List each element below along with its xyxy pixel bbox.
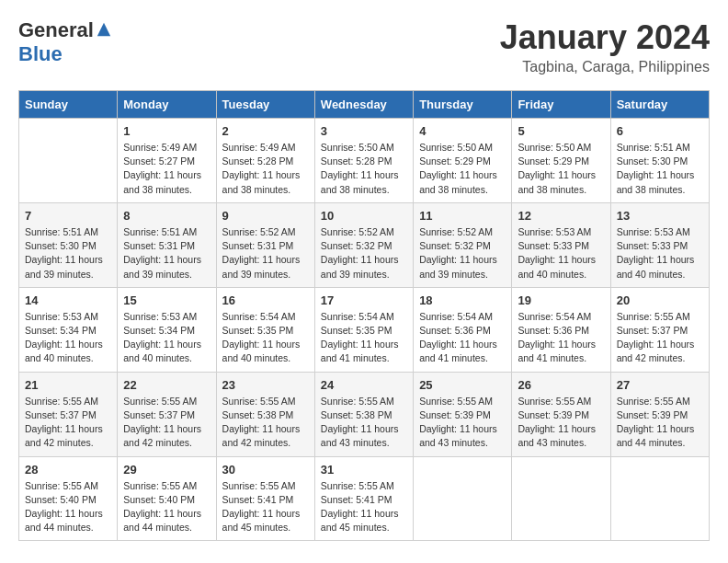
day-number: 10 <box>321 209 407 223</box>
day-number: 1 <box>123 124 210 138</box>
day-info: Sunrise: 5:54 AMSunset: 5:36 PMDaylight:… <box>419 310 506 366</box>
calendar-cell: 15Sunrise: 5:53 AMSunset: 5:34 PMDayligh… <box>118 287 216 372</box>
day-info: Sunrise: 5:52 AMSunset: 5:32 PMDaylight:… <box>419 225 506 282</box>
calendar-cell: 23Sunrise: 5:55 AMSunset: 5:38 PMDayligh… <box>216 372 314 456</box>
weekday-header-friday: Friday <box>512 91 610 119</box>
svg-marker-0 <box>97 23 110 36</box>
day-info: Sunrise: 5:50 AMSunset: 5:29 PMDaylight:… <box>518 141 604 197</box>
day-number: 16 <box>222 293 309 307</box>
calendar-cell: 22Sunrise: 5:55 AMSunset: 5:37 PMDayligh… <box>118 372 216 456</box>
day-info: Sunrise: 5:55 AMSunset: 5:38 PMDaylight:… <box>321 395 407 451</box>
calendar-cell <box>610 456 709 541</box>
day-number: 6 <box>617 124 703 138</box>
day-number: 4 <box>419 124 506 138</box>
day-number: 31 <box>321 463 407 477</box>
day-info: Sunrise: 5:53 AMSunset: 5:34 PMDaylight:… <box>123 310 210 366</box>
calendar-cell: 27Sunrise: 5:55 AMSunset: 5:39 PMDayligh… <box>610 372 709 456</box>
weekday-header-sunday: Sunday <box>19 91 118 119</box>
day-info: Sunrise: 5:53 AMSunset: 5:34 PMDaylight:… <box>25 310 111 366</box>
day-number: 24 <box>321 378 407 392</box>
calendar-cell: 30Sunrise: 5:55 AMSunset: 5:41 PMDayligh… <box>216 456 314 541</box>
calendar-week-row: 1Sunrise: 5:49 AMSunset: 5:27 PMDaylight… <box>19 119 710 203</box>
day-info: Sunrise: 5:49 AMSunset: 5:28 PMDaylight:… <box>222 141 309 197</box>
calendar-week-row: 21Sunrise: 5:55 AMSunset: 5:37 PMDayligh… <box>19 372 710 456</box>
day-number: 15 <box>123 293 210 307</box>
day-info: Sunrise: 5:51 AMSunset: 5:30 PMDaylight:… <box>617 141 703 197</box>
day-number: 11 <box>419 209 506 223</box>
calendar-cell: 14Sunrise: 5:53 AMSunset: 5:34 PMDayligh… <box>19 287 118 372</box>
day-info: Sunrise: 5:52 AMSunset: 5:32 PMDaylight:… <box>321 225 407 282</box>
day-number: 12 <box>518 209 604 223</box>
calendar-cell: 9Sunrise: 5:52 AMSunset: 5:31 PMDaylight… <box>216 202 314 287</box>
calendar-week-row: 14Sunrise: 5:53 AMSunset: 5:34 PMDayligh… <box>19 287 710 372</box>
day-number: 17 <box>321 293 407 307</box>
calendar-cell: 1Sunrise: 5:49 AMSunset: 5:27 PMDaylight… <box>118 119 216 203</box>
calendar-cell: 25Sunrise: 5:55 AMSunset: 5:39 PMDayligh… <box>414 372 512 456</box>
day-info: Sunrise: 5:53 AMSunset: 5:33 PMDaylight:… <box>617 225 703 282</box>
day-info: Sunrise: 5:55 AMSunset: 5:39 PMDaylight:… <box>419 395 506 451</box>
calendar-cell: 28Sunrise: 5:55 AMSunset: 5:40 PMDayligh… <box>19 456 118 541</box>
calendar-cell: 20Sunrise: 5:55 AMSunset: 5:37 PMDayligh… <box>610 287 709 372</box>
day-info: Sunrise: 5:54 AMSunset: 5:36 PMDaylight:… <box>518 310 604 366</box>
day-number: 2 <box>222 124 309 138</box>
calendar-cell: 10Sunrise: 5:52 AMSunset: 5:32 PMDayligh… <box>314 202 413 287</box>
day-number: 22 <box>123 378 210 392</box>
calendar-cell: 31Sunrise: 5:55 AMSunset: 5:41 PMDayligh… <box>314 456 413 541</box>
calendar-cell: 7Sunrise: 5:51 AMSunset: 5:30 PMDaylight… <box>19 202 118 287</box>
day-number: 28 <box>25 463 111 477</box>
weekday-header-row: SundayMondayTuesdayWednesdayThursdayFrid… <box>19 91 710 119</box>
day-info: Sunrise: 5:55 AMSunset: 5:40 PMDaylight:… <box>25 479 111 535</box>
calendar-cell: 6Sunrise: 5:51 AMSunset: 5:30 PMDaylight… <box>610 119 709 203</box>
day-info: Sunrise: 5:51 AMSunset: 5:31 PMDaylight:… <box>123 225 210 282</box>
day-info: Sunrise: 5:55 AMSunset: 5:37 PMDaylight:… <box>617 310 703 366</box>
day-number: 20 <box>617 293 703 307</box>
day-number: 14 <box>25 293 111 307</box>
day-info: Sunrise: 5:53 AMSunset: 5:33 PMDaylight:… <box>518 225 604 282</box>
day-number: 9 <box>222 209 309 223</box>
day-number: 5 <box>518 124 604 138</box>
calendar-cell: 19Sunrise: 5:54 AMSunset: 5:36 PMDayligh… <box>512 287 610 372</box>
day-info: Sunrise: 5:49 AMSunset: 5:27 PMDaylight:… <box>123 141 210 197</box>
calendar-table: SundayMondayTuesdayWednesdayThursdayFrid… <box>18 90 710 541</box>
weekday-header-saturday: Saturday <box>610 91 709 119</box>
calendar-cell: 16Sunrise: 5:54 AMSunset: 5:35 PMDayligh… <box>216 287 314 372</box>
title-block: January 2024 Tagbina, Caraga, Philippine… <box>500 18 710 75</box>
calendar-cell: 21Sunrise: 5:55 AMSunset: 5:37 PMDayligh… <box>19 372 118 456</box>
logo-blue: Blue <box>18 42 63 66</box>
calendar-cell: 13Sunrise: 5:53 AMSunset: 5:33 PMDayligh… <box>610 202 709 287</box>
day-info: Sunrise: 5:55 AMSunset: 5:37 PMDaylight:… <box>25 395 111 451</box>
day-number: 21 <box>25 378 111 392</box>
calendar-cell: 11Sunrise: 5:52 AMSunset: 5:32 PMDayligh… <box>414 202 512 287</box>
calendar-cell: 17Sunrise: 5:54 AMSunset: 5:35 PMDayligh… <box>314 287 413 372</box>
day-number: 19 <box>518 293 604 307</box>
day-info: Sunrise: 5:55 AMSunset: 5:41 PMDaylight:… <box>222 479 309 535</box>
day-number: 30 <box>222 463 309 477</box>
logo-general: General <box>18 18 94 42</box>
page-header: General Blue January 2024 Tagbina, Carag… <box>18 18 710 75</box>
calendar-cell: 4Sunrise: 5:50 AMSunset: 5:29 PMDaylight… <box>414 119 512 203</box>
calendar-cell: 12Sunrise: 5:53 AMSunset: 5:33 PMDayligh… <box>512 202 610 287</box>
day-number: 27 <box>617 378 703 392</box>
day-info: Sunrise: 5:52 AMSunset: 5:31 PMDaylight:… <box>222 225 309 282</box>
day-info: Sunrise: 5:51 AMSunset: 5:30 PMDaylight:… <box>25 225 111 282</box>
calendar-cell <box>414 456 512 541</box>
day-info: Sunrise: 5:50 AMSunset: 5:28 PMDaylight:… <box>321 141 407 197</box>
day-number: 23 <box>222 378 309 392</box>
calendar-cell: 3Sunrise: 5:50 AMSunset: 5:28 PMDaylight… <box>314 119 413 203</box>
weekday-header-tuesday: Tuesday <box>216 91 314 119</box>
day-info: Sunrise: 5:54 AMSunset: 5:35 PMDaylight:… <box>321 310 407 366</box>
day-number: 26 <box>518 378 604 392</box>
day-info: Sunrise: 5:50 AMSunset: 5:29 PMDaylight:… <box>419 141 506 197</box>
day-info: Sunrise: 5:55 AMSunset: 5:39 PMDaylight:… <box>518 395 604 451</box>
weekday-header-monday: Monday <box>118 91 216 119</box>
weekday-header-thursday: Thursday <box>414 91 512 119</box>
day-number: 25 <box>419 378 506 392</box>
day-info: Sunrise: 5:55 AMSunset: 5:38 PMDaylight:… <box>222 395 309 451</box>
day-number: 7 <box>25 209 111 223</box>
day-number: 29 <box>123 463 210 477</box>
day-info: Sunrise: 5:55 AMSunset: 5:37 PMDaylight:… <box>123 395 210 451</box>
calendar-week-row: 28Sunrise: 5:55 AMSunset: 5:40 PMDayligh… <box>19 456 710 541</box>
day-info: Sunrise: 5:55 AMSunset: 5:40 PMDaylight:… <box>123 479 210 535</box>
calendar-cell: 24Sunrise: 5:55 AMSunset: 5:38 PMDayligh… <box>314 372 413 456</box>
calendar-cell: 26Sunrise: 5:55 AMSunset: 5:39 PMDayligh… <box>512 372 610 456</box>
